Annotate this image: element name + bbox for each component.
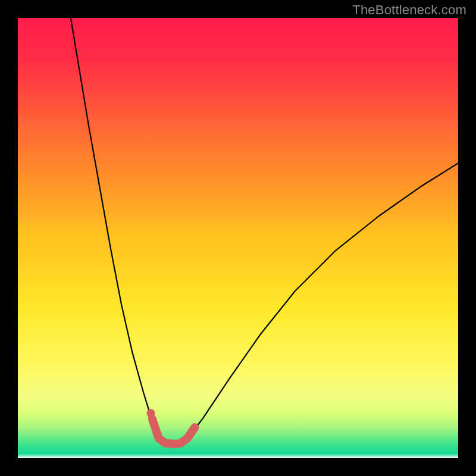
watermark-text: TheBottleneck.com: [352, 2, 466, 18]
accent-dot-icon: [146, 409, 155, 418]
plot-svg: [18, 18, 458, 458]
gradient-bg-rect: [18, 18, 458, 458]
chart-stage: TheBottleneck.com: [0, 0, 476, 476]
plot-area: [18, 18, 458, 458]
